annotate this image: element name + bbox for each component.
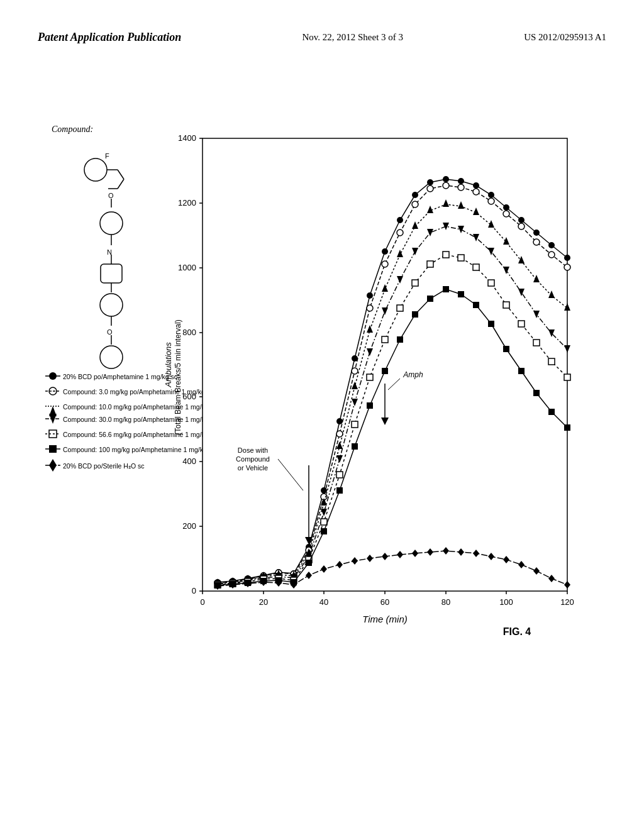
svg-point-88 bbox=[412, 192, 418, 198]
svg-rect-185 bbox=[427, 261, 433, 267]
svg-text:F: F bbox=[105, 152, 109, 160]
svg-rect-186 bbox=[443, 252, 449, 258]
chart-wrapper: Compound: F O N bbox=[26, 101, 618, 780]
svg-rect-203 bbox=[336, 487, 343, 494]
svg-text:FIG. 4: FIG. 4 bbox=[503, 626, 531, 637]
figure-container: Compound: F O N bbox=[25, 101, 619, 792]
svg-text:800: 800 bbox=[182, 328, 196, 337]
svg-text:or Vehicle: or Vehicle bbox=[238, 464, 268, 472]
svg-point-96 bbox=[533, 230, 540, 236]
svg-point-110 bbox=[382, 261, 388, 267]
svg-text:Time (min): Time (min) bbox=[362, 614, 408, 624]
svg-point-117 bbox=[488, 198, 494, 204]
header: Patent Application Publication Nov. 22, … bbox=[0, 30, 644, 45]
svg-point-112 bbox=[412, 201, 418, 208]
svg-text:Compound: 100 mg/kg po/Ampheta: Compound: 100 mg/kg po/Amphetamine 1 mg/… bbox=[63, 446, 215, 453]
svg-point-92 bbox=[473, 182, 479, 189]
svg-rect-206 bbox=[382, 368, 388, 374]
svg-text:20% BCD po/Amphetamine 1 mg/kg: 20% BCD po/Amphetamine 1 mg/kg sc bbox=[63, 373, 177, 380]
svg-text:400: 400 bbox=[182, 456, 196, 466]
svg-rect-179 bbox=[336, 472, 343, 478]
svg-point-97 bbox=[548, 242, 555, 248]
svg-rect-180 bbox=[352, 421, 358, 428]
svg-text:Compound: 56.6 mg/kg po/Amphet: Compound: 56.6 mg/kg po/Amphetamine 1 mg… bbox=[63, 431, 217, 438]
svg-text:1200: 1200 bbox=[178, 198, 196, 208]
svg-point-115 bbox=[458, 184, 464, 191]
svg-rect-207 bbox=[397, 336, 403, 343]
svg-text:40: 40 bbox=[319, 597, 328, 607]
svg-point-85 bbox=[367, 292, 373, 299]
svg-point-93 bbox=[488, 192, 494, 198]
svg-rect-178 bbox=[321, 519, 327, 525]
svg-text:Amph: Amph bbox=[402, 370, 423, 379]
svg-point-113 bbox=[427, 185, 433, 192]
svg-text:20: 20 bbox=[259, 597, 268, 607]
svg-rect-209 bbox=[427, 296, 433, 302]
svg-point-118 bbox=[503, 211, 509, 217]
main-chart-svg: Compound: F O N bbox=[26, 101, 618, 780]
svg-rect-212 bbox=[473, 302, 479, 308]
svg-text:120: 120 bbox=[560, 597, 574, 607]
svg-rect-217 bbox=[548, 409, 555, 415]
header-center-info: Nov. 22, 2012 Sheet 3 of 3 bbox=[302, 30, 403, 45]
svg-text:(Total Beam Breaks/5 min inter: (Total Beam Breaks/5 min interval) bbox=[174, 319, 182, 434]
svg-rect-189 bbox=[488, 280, 494, 286]
svg-text:O: O bbox=[107, 328, 113, 336]
svg-point-95 bbox=[518, 217, 525, 223]
plot-area: 0 200 400 600 800 1000 1200 1400 bbox=[178, 133, 574, 637]
svg-text:Ambulations: Ambulations bbox=[164, 342, 173, 388]
svg-text:600: 600 bbox=[182, 392, 196, 401]
svg-point-86 bbox=[382, 248, 388, 255]
svg-point-89 bbox=[427, 179, 433, 185]
svg-rect-190 bbox=[503, 302, 509, 308]
svg-text:200: 200 bbox=[182, 521, 196, 531]
svg-rect-211 bbox=[458, 291, 464, 297]
svg-point-83 bbox=[336, 418, 343, 424]
svg-rect-184 bbox=[412, 280, 418, 286]
svg-point-121 bbox=[548, 252, 555, 258]
svg-rect-192 bbox=[533, 340, 540, 346]
svg-rect-210 bbox=[443, 286, 449, 292]
svg-rect-42 bbox=[203, 138, 567, 591]
svg-rect-193 bbox=[548, 358, 555, 365]
svg-point-94 bbox=[503, 204, 509, 211]
svg-rect-213 bbox=[488, 321, 494, 327]
svg-point-90 bbox=[443, 176, 449, 182]
svg-text:Compound: Compound bbox=[236, 455, 270, 463]
svg-text:100: 100 bbox=[499, 597, 513, 607]
svg-rect-205 bbox=[367, 402, 373, 409]
svg-point-122 bbox=[564, 264, 570, 270]
svg-rect-191 bbox=[518, 321, 525, 327]
svg-point-108 bbox=[352, 368, 358, 374]
svg-text:20% BCD po/Sterile H₂O sc: 20% BCD po/Sterile H₂O sc bbox=[63, 462, 144, 470]
svg-text:O: O bbox=[108, 192, 114, 199]
svg-point-109 bbox=[367, 305, 373, 311]
svg-rect-201 bbox=[306, 560, 312, 566]
svg-rect-216 bbox=[533, 390, 540, 396]
header-left-title: Patent Application Publication bbox=[38, 30, 181, 45]
header-right-patent: US 2012/0295913 A1 bbox=[524, 30, 606, 45]
svg-rect-187 bbox=[458, 255, 464, 261]
svg-point-111 bbox=[397, 230, 403, 236]
svg-point-82 bbox=[321, 487, 327, 494]
svg-point-114 bbox=[443, 182, 449, 189]
svg-rect-214 bbox=[503, 346, 509, 352]
svg-rect-218 bbox=[564, 424, 570, 431]
svg-text:Compound:: Compound: bbox=[52, 124, 93, 134]
page-container: Patent Application Publication Nov. 22, … bbox=[0, 0, 644, 830]
svg-text:Compound: 30.0 mg/kg po/Amphet: Compound: 30.0 mg/kg po/Amphetamine 1 mg… bbox=[63, 416, 217, 423]
svg-text:80: 80 bbox=[441, 597, 450, 607]
svg-rect-208 bbox=[412, 311, 418, 318]
svg-point-91 bbox=[458, 178, 464, 184]
svg-point-98 bbox=[564, 255, 570, 261]
svg-point-87 bbox=[397, 217, 403, 223]
svg-rect-215 bbox=[518, 368, 525, 374]
svg-text:60: 60 bbox=[380, 597, 389, 607]
svg-text:Dose with: Dose with bbox=[238, 446, 268, 454]
svg-text:1400: 1400 bbox=[178, 133, 196, 143]
svg-text:Compound: 10.0 mg/kg po/Amphet: Compound: 10.0 mg/kg po/Amphetamine 1 mg… bbox=[63, 403, 217, 411]
svg-rect-204 bbox=[352, 443, 358, 450]
svg-text:0: 0 bbox=[200, 597, 204, 607]
svg-point-116 bbox=[473, 189, 479, 195]
svg-text:0: 0 bbox=[192, 586, 196, 595]
